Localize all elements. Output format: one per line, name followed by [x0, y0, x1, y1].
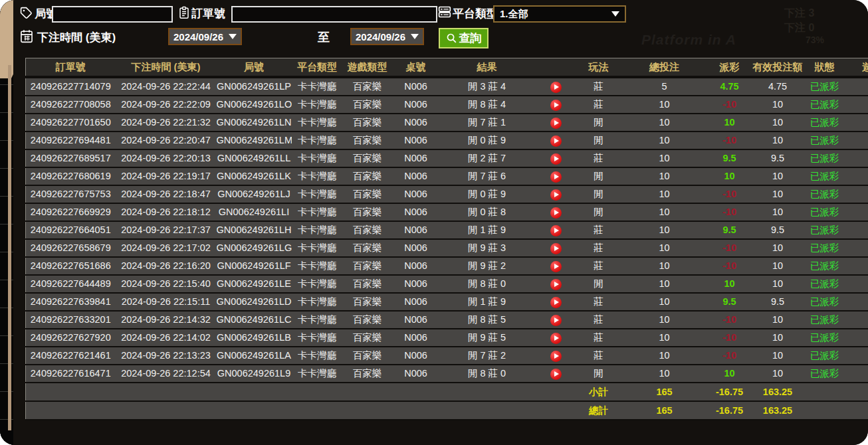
- cell-result: 閒 0 莊 8: [440, 203, 534, 221]
- summary-status: [806, 401, 843, 420]
- date-from-value: 2024/09/26: [173, 31, 223, 43]
- replay-video-icon[interactable]: [550, 207, 562, 219]
- cell-replay: [534, 347, 578, 365]
- cell-payout: -10: [710, 132, 750, 149]
- cell-replay: [534, 239, 578, 257]
- cell-payout: 10: [710, 365, 750, 383]
- replay-video-icon[interactable]: [550, 369, 562, 380]
- cell-result: 閒 9 莊 2: [440, 257, 534, 275]
- cell-game_type: 百家樂: [343, 347, 392, 365]
- replay-video-icon[interactable]: [550, 279, 562, 290]
- replay-video-icon[interactable]: [550, 82, 562, 93]
- replay-video-icon[interactable]: [550, 135, 562, 147]
- cell-result: 閒 8 莊 0: [440, 365, 534, 383]
- cell-replay: [534, 185, 578, 203]
- cell-result: 閒 0 莊 9: [440, 185, 534, 203]
- replay-video-icon[interactable]: [550, 189, 562, 201]
- cell-table_no: N006: [392, 257, 440, 275]
- summary-time: [116, 383, 217, 401]
- replay-video-icon[interactable]: [550, 225, 562, 236]
- cell-platform: 卡卡灣廳: [292, 132, 343, 149]
- cell-total_bet: 10: [619, 114, 710, 132]
- replay-video-icon[interactable]: [550, 171, 562, 183]
- cell-valid_bet: 10: [750, 365, 806, 383]
- cell-replay: [534, 275, 578, 293]
- cell-game_type: 百家樂: [343, 293, 392, 311]
- summary-status: [806, 383, 843, 401]
- replay-video-icon[interactable]: [550, 153, 562, 165]
- cell-play: 閒: [578, 275, 619, 293]
- cell-play: 莊: [578, 239, 619, 257]
- table-row: 2409262276516862024-09-26 22:16:20GN0062…: [26, 257, 868, 275]
- replay-video-icon[interactable]: [550, 100, 562, 111]
- replay-video-icon[interactable]: [550, 351, 562, 362]
- cell-table_no: N006: [392, 221, 440, 239]
- cell-time: 2024-09-26 22:22:44: [116, 77, 217, 96]
- cell-result: 閒 7 莊 1: [440, 114, 534, 132]
- summary-platform: [292, 383, 343, 401]
- column-header-play: 玩法: [578, 58, 619, 78]
- cell-replay: [534, 96, 578, 114]
- replay-video-icon[interactable]: [550, 118, 562, 129]
- date-to-select[interactable]: 2024/09/26: [350, 28, 424, 45]
- table-row: 2409262277080582024-09-26 22:22:09GN0062…: [26, 96, 868, 114]
- summary-order: [26, 383, 116, 401]
- search-icon: [446, 33, 457, 44]
- cell-extra: [843, 275, 868, 293]
- cell-payout: 10: [710, 167, 750, 185]
- cell-extra: [843, 293, 868, 311]
- cell-result: 閒 1 莊 9: [440, 293, 534, 311]
- cell-play: 莊: [578, 149, 619, 167]
- cell-game: GN006249261LN: [217, 114, 292, 132]
- cell-valid_bet: 10: [750, 239, 806, 257]
- cell-game: GN006249261LM: [217, 132, 292, 149]
- platform-type-label: 平台類型: [453, 6, 498, 21]
- cell-play: 閒: [578, 185, 619, 203]
- cell-replay: [534, 203, 578, 221]
- cell-total_bet: 10: [619, 132, 710, 149]
- cell-table_no: N006: [392, 185, 440, 203]
- cell-play: 莊: [578, 293, 619, 311]
- cell-game_type: 百家樂: [343, 203, 392, 221]
- replay-video-icon[interactable]: [550, 315, 562, 326]
- cell-replay: [534, 257, 578, 275]
- background-faint-text: 73%: [806, 35, 824, 45]
- round-number-input[interactable]: [52, 6, 173, 23]
- calendar-icon: [20, 29, 33, 43]
- date-from-select[interactable]: 2024/09/26: [168, 28, 242, 45]
- cell-time: 2024-09-26 22:14:02: [116, 329, 217, 347]
- summary-extra: [843, 401, 868, 420]
- cell-platform: 卡卡灣廳: [292, 257, 343, 275]
- cell-play: 莊: [578, 311, 619, 329]
- summary-extra: [843, 383, 868, 401]
- cell-payout: 4.75: [710, 77, 750, 96]
- cell-time: 2024-09-26 22:12:54: [116, 365, 217, 383]
- table-body: 2409262277140792024-09-26 22:22:44GN0062…: [26, 77, 868, 420]
- cell-total_bet: 10: [619, 347, 710, 365]
- search-button[interactable]: 查詢: [439, 28, 488, 48]
- replay-video-icon[interactable]: [550, 297, 562, 308]
- background-watermark: Platform in A: [641, 32, 736, 48]
- platform-type-select[interactable]: 1.全部: [493, 5, 626, 23]
- bet-records-window: 局號 訂單號 平台類型 1.全部: [0, 0, 868, 445]
- order-number-input[interactable]: [231, 6, 437, 23]
- replay-video-icon[interactable]: [550, 333, 562, 344]
- cell-table_no: N006: [392, 275, 440, 293]
- cell-table_no: N006: [392, 203, 440, 221]
- cell-table_no: N006: [392, 167, 440, 185]
- cell-payout: -10: [710, 96, 750, 114]
- cell-play: 莊: [578, 221, 619, 239]
- table-row: 2409262276699292024-09-26 22:18:12GN0062…: [26, 203, 868, 221]
- cell-result: 閒 8 莊 4: [440, 96, 534, 114]
- cell-time: 2024-09-26 22:19:17: [116, 167, 217, 185]
- replay-video-icon[interactable]: [550, 261, 562, 272]
- cell-valid_bet: 10: [750, 132, 806, 149]
- replay-video-icon[interactable]: [550, 243, 562, 254]
- summary-game_type: [343, 383, 392, 401]
- cell-result: 閒 8 莊 0: [440, 275, 534, 293]
- cell-game: GN006249261LK: [217, 167, 292, 185]
- search-button-label: 查詢: [459, 31, 482, 46]
- cell-total_bet: 10: [619, 275, 710, 293]
- column-header-total_bet: 總投注: [619, 58, 710, 78]
- cell-time: 2024-09-26 22:14:32: [116, 311, 217, 329]
